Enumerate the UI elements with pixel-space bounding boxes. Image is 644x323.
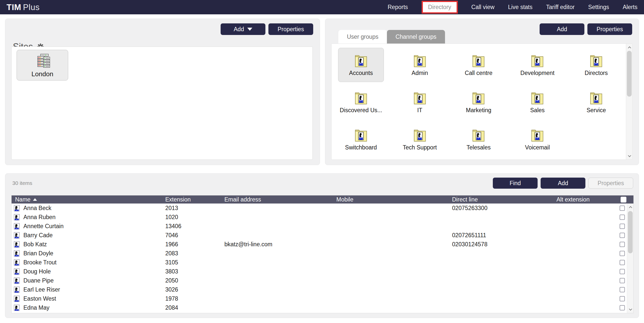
group-item-voicemail[interactable]: Voicemail: [514, 122, 560, 156]
cell-direct-line: 02072651111: [452, 232, 556, 239]
tab-user-groups[interactable]: User groups: [338, 30, 387, 44]
table-row-edna-may[interactable]: Edna May2084: [12, 303, 627, 312]
user-name: Duane Pipe: [23, 277, 54, 284]
groups-scrollbar-thumb[interactable]: [627, 51, 632, 97]
group-item-marketing[interactable]: Marketing: [456, 85, 501, 119]
column-header-email[interactable]: Email address: [224, 196, 336, 203]
scroll-down-arrow-icon[interactable]: [627, 306, 634, 312]
sites-add-label: Add: [234, 26, 244, 33]
group-item-call-centre[interactable]: Call centre: [456, 48, 501, 82]
row-checkbox[interactable]: [620, 287, 625, 292]
row-checkbox[interactable]: [620, 296, 625, 301]
column-header-mobile[interactable]: Mobile: [336, 196, 452, 203]
group-item-it[interactable]: IT: [397, 85, 443, 119]
table-row-brian-doyle[interactable]: Brian Doyle2083: [12, 249, 627, 258]
tab-channel-groups[interactable]: Channel groups: [387, 30, 445, 44]
dropdown-caret-icon: [247, 28, 252, 31]
column-header-name[interactable]: Name: [12, 196, 165, 203]
table-scrollbar-thumb[interactable]: [628, 211, 633, 253]
cell-select: [604, 269, 627, 274]
items-count: 30 items: [12, 180, 32, 186]
table-row-annette-curtain[interactable]: Annette Curtain13406: [12, 222, 627, 231]
user-icon: [14, 259, 20, 266]
scroll-up-arrow-icon[interactable]: [626, 44, 633, 51]
cell-name: Doug Hole: [12, 268, 165, 275]
directory-properties-button[interactable]: Properties: [588, 178, 633, 189]
group-item-development[interactable]: Development: [514, 48, 560, 82]
tim-plus-app: TIMPlus ReportsDirectoryCall viewLive st…: [0, 0, 644, 323]
table-row-anna-beck[interactable]: Anna Beck201302075263300: [12, 204, 627, 213]
sites-add-button[interactable]: Add: [221, 23, 265, 35]
row-checkbox[interactable]: [620, 260, 625, 265]
group-item-service[interactable]: Service: [573, 85, 619, 119]
table-row-doug-hole[interactable]: Doug Hole3803: [12, 267, 627, 276]
site-card-london[interactable]: London: [17, 50, 68, 80]
mobile-column-label: Mobile: [336, 196, 353, 203]
column-header-extension[interactable]: Extension: [165, 196, 224, 203]
row-checkbox[interactable]: [620, 206, 625, 211]
find-button[interactable]: Find: [493, 178, 538, 189]
row-checkbox[interactable]: [620, 233, 625, 238]
cell-extension: 2083: [165, 250, 224, 257]
row-checkbox[interactable]: [620, 269, 625, 274]
group-item-admin[interactable]: Admin: [397, 48, 443, 82]
user-icon: [14, 287, 20, 293]
group-item-switchboard[interactable]: Switchboard: [338, 122, 384, 156]
cell-extension: 1020: [165, 214, 224, 221]
user-icon: [14, 232, 20, 238]
groups-scrollbar[interactable]: [626, 44, 632, 159]
cell-name: Brian Doyle: [12, 250, 165, 257]
table-row-duane-pipe[interactable]: Duane Pipe2050: [12, 276, 627, 285]
cell-select: [604, 278, 627, 283]
nav-item-settings[interactable]: Settings: [588, 4, 609, 11]
group-item-sales[interactable]: Sales: [514, 85, 560, 119]
scroll-down-arrow-icon[interactable]: [626, 152, 633, 159]
group-item-directors[interactable]: Directors: [573, 48, 619, 82]
table-scrollbar[interactable]: [627, 204, 633, 313]
nav-item-call-view[interactable]: Call view: [471, 4, 495, 11]
row-checkbox[interactable]: [620, 305, 625, 310]
table-row-bob-katz[interactable]: Bob Katz1966bkatz@tri-line.com0203012457…: [12, 240, 627, 249]
site-list: London: [11, 47, 313, 160]
table-row-barry-cade[interactable]: Barry Cade704602072651111: [12, 231, 627, 240]
table-row-earl-lee-riser[interactable]: Earl Lee Riser3026: [12, 285, 627, 294]
sites-properties-button[interactable]: Properties: [268, 23, 313, 35]
site-server-icon: [35, 53, 50, 68]
cell-name: Easton West: [12, 295, 165, 302]
groups-add-button[interactable]: Add: [540, 23, 584, 35]
table-row-anna-ruben[interactable]: Anna Ruben1020: [12, 213, 627, 222]
row-checkbox[interactable]: [620, 224, 625, 229]
row-checkbox[interactable]: [620, 251, 625, 256]
groups-panel: User groupsChannel groups Add Properties…: [325, 19, 639, 165]
user-name: Barry Cade: [23, 232, 53, 239]
row-checkbox[interactable]: [620, 278, 625, 283]
column-header-select-all[interactable]: [604, 197, 633, 203]
user-name: Easton West: [23, 295, 56, 302]
nav-item-directory[interactable]: Directory: [422, 1, 458, 14]
group-item-tech-support[interactable]: Tech Support: [397, 122, 443, 156]
cell-extension: 7046: [165, 232, 224, 239]
group-item-discovered-us[interactable]: Discovered Us...: [338, 85, 384, 119]
table-row-brooke-trout[interactable]: Brooke Trout3105: [12, 258, 627, 267]
group-item-accounts[interactable]: Accounts: [338, 48, 384, 82]
column-header-alt-extension[interactable]: Alt extension: [556, 196, 604, 203]
row-checkbox[interactable]: [620, 215, 625, 220]
nav-item-alerts[interactable]: Alerts: [623, 4, 637, 11]
column-header-direct-line[interactable]: Direct line: [452, 196, 556, 203]
groups-buttons: Add Properties: [540, 23, 632, 35]
nav-item-tariff-editor[interactable]: Tariff editor: [546, 4, 575, 11]
row-checkbox[interactable]: [620, 242, 625, 247]
cell-select: [604, 242, 627, 247]
table-row-easton-west[interactable]: Easton West1978: [12, 294, 627, 303]
groups-properties-button[interactable]: Properties: [587, 23, 632, 35]
user-group-folder-icon: [531, 54, 544, 68]
nav-item-live-stats[interactable]: Live stats: [508, 4, 533, 11]
user-group-folder-icon: [354, 91, 368, 105]
group-item-telesales[interactable]: Telesales: [456, 122, 501, 156]
select-all-checkbox[interactable]: [621, 197, 626, 203]
user-group-folder-icon: [354, 54, 368, 68]
nav-item-reports[interactable]: Reports: [388, 4, 408, 11]
scroll-up-arrow-icon[interactable]: [627, 204, 634, 211]
directory-add-button[interactable]: Add: [541, 178, 585, 189]
cell-extension: 3105: [165, 259, 224, 266]
